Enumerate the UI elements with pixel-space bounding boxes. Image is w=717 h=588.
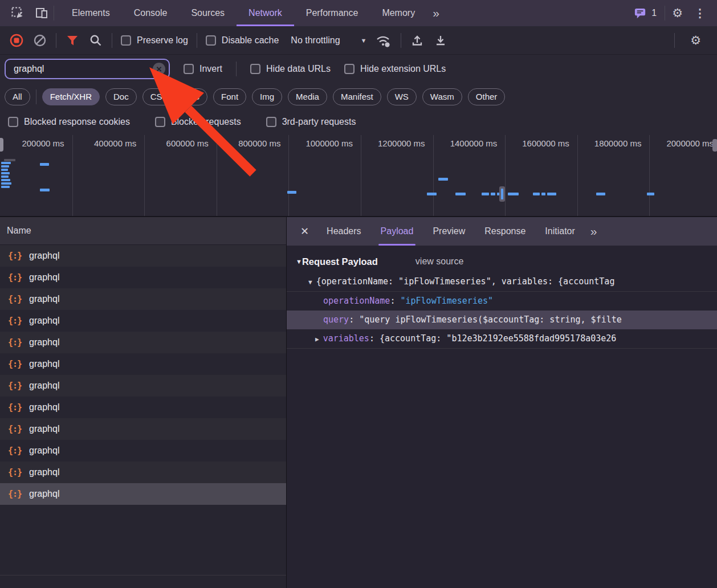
divider — [112, 33, 112, 48]
filter-chip-wasm[interactable]: Wasm — [422, 88, 462, 105]
filter-chip-other[interactable]: Other — [468, 88, 506, 105]
clear-filter-icon[interactable]: ✕ — [153, 63, 165, 75]
blocked-response-cookies-checkbox[interactable] — [8, 117, 18, 127]
waterfall-bar — [647, 193, 654, 195]
clear-button[interactable] — [32, 33, 47, 48]
tab-performance[interactable]: Performance — [294, 0, 370, 26]
close-icon[interactable]: ✕ — [292, 225, 317, 238]
detail-tab-preview[interactable]: Preview — [423, 217, 475, 246]
payload-preview-row[interactable]: ▼{operationName: "ipFlowTimeseries", var… — [287, 272, 717, 291]
detail-tab-response[interactable]: Response — [475, 217, 535, 246]
request-row[interactable]: {:}graphql — [0, 418, 286, 440]
request-row[interactable]: {:}graphql — [0, 375, 286, 397]
tab-elements[interactable]: Elements — [60, 0, 122, 26]
filter-row: ✕ Invert Hide data URLs Hide extension U… — [0, 55, 717, 83]
search-button[interactable] — [88, 33, 103, 48]
tab-sources[interactable]: Sources — [179, 0, 237, 26]
filter-button[interactable] — [65, 33, 80, 48]
filter-chip-all[interactable]: All — [5, 88, 30, 105]
settings-gear-icon[interactable]: ⚙ — [665, 6, 690, 20]
request-row[interactable]: {:}graphql — [0, 267, 286, 288]
tab-console[interactable]: Console — [122, 0, 180, 26]
filter-chip-font[interactable]: Font — [213, 88, 246, 105]
overview-grip[interactable] — [0, 138, 3, 152]
search-icon — [89, 34, 103, 47]
filter-input[interactable] — [13, 63, 153, 75]
more-detail-tabs-icon[interactable]: » — [585, 224, 602, 238]
request-row[interactable]: {:}graphql — [0, 353, 286, 375]
payload-row-variables[interactable]: ▶variables: {accountTag: "b12e3b2192ee55… — [287, 329, 717, 349]
preserve-log-option[interactable]: Preserve log — [121, 35, 188, 46]
disable-cache-option[interactable]: Disable cache — [206, 35, 279, 46]
hide-extension-urls-checkbox[interactable] — [344, 64, 355, 74]
request-row[interactable]: {:}graphql — [0, 245, 286, 267]
hide-data-urls-option[interactable]: Hide data URLs — [250, 64, 331, 74]
divider — [401, 33, 401, 48]
timeline-overview[interactable]: 200000 ms400000 ms600000 ms800000 ms1000… — [0, 134, 717, 217]
disable-cache-checkbox[interactable] — [206, 35, 216, 46]
waterfall-bar — [4, 159, 15, 161]
filter-chip-js[interactable]: JS — [182, 88, 208, 105]
name-column-header[interactable]: Name — [0, 217, 286, 245]
request-row[interactable]: {:}graphql — [0, 397, 286, 418]
blocked-requests-checkbox[interactable] — [155, 117, 165, 127]
filter-input-wrapper[interactable]: ✕ — [5, 59, 170, 79]
request-row[interactable]: {:}graphql — [0, 440, 286, 462]
filter-chip-img[interactable]: Img — [252, 88, 282, 105]
filter-chip-fetchxhr[interactable]: Fetch/XHR — [42, 88, 100, 105]
request-name: graphql — [29, 424, 59, 434]
record-icon — [9, 33, 24, 48]
tree-collapsed-icon[interactable]: ▶ — [315, 330, 319, 349]
hide-extension-urls-option[interactable]: Hide extension URLs — [344, 64, 446, 74]
filter-chip-manifest[interactable]: Manifest — [333, 88, 381, 105]
device-toolbar-button[interactable] — [30, 0, 54, 26]
divider — [56, 33, 56, 48]
hide-data-urls-checkbox[interactable] — [250, 64, 260, 74]
tab-memory[interactable]: Memory — [370, 0, 427, 26]
export-har-button[interactable] — [433, 33, 448, 48]
throttling-dropdown[interactable]: No throttling ▼ — [291, 35, 366, 46]
section-expand-icon[interactable]: ▼ — [296, 258, 302, 265]
request-payload-section[interactable]: ▼ Request Payload view source — [287, 251, 717, 272]
json-icon: {:} — [8, 381, 22, 391]
filter-chip-media[interactable]: Media — [288, 88, 327, 105]
invert-option[interactable]: Invert — [184, 64, 222, 74]
detail-tab-headers[interactable]: Headers — [317, 217, 370, 246]
tree-expanded-icon[interactable]: ▼ — [308, 273, 312, 291]
waterfall-bar — [491, 193, 495, 195]
third-party-requests-option[interactable]: 3rd-party requests — [266, 117, 356, 127]
blocked-requests-option[interactable]: Blocked requests — [155, 117, 241, 127]
inspect-element-button[interactable] — [6, 0, 30, 26]
request-row[interactable]: {:}graphql — [0, 332, 286, 353]
invert-checkbox[interactable] — [184, 64, 194, 74]
record-button[interactable] — [9, 33, 24, 48]
kebab-menu-icon[interactable]: ⋮ — [690, 6, 710, 20]
filter-chip-doc[interactable]: Doc — [105, 88, 137, 105]
request-row[interactable]: {:}graphql — [0, 483, 286, 505]
request-name: graphql — [29, 316, 59, 326]
issues-counter[interactable]: 1 — [634, 7, 657, 20]
request-row[interactable]: {:}graphql — [0, 310, 286, 332]
filter-chip-ws[interactable]: WS — [387, 88, 417, 105]
request-name: graphql — [29, 467, 59, 477]
tab-network[interactable]: Network — [237, 0, 294, 26]
filter-chip-css[interactable]: CSS — [142, 88, 176, 105]
detail-tab-payload[interactable]: Payload — [371, 217, 423, 246]
network-conditions-button[interactable] — [375, 33, 392, 48]
payload-row-query[interactable]: query: "query ipFlowTimeseries($accountT… — [287, 311, 717, 329]
throttling-value: No throttling — [291, 35, 340, 46]
detail-tab-initiator[interactable]: Initiator — [535, 217, 584, 246]
more-tabs-icon[interactable]: » — [427, 6, 445, 20]
blocked-response-cookies-option[interactable]: Blocked response cookies — [8, 117, 130, 127]
view-source-link[interactable]: view source — [415, 256, 463, 267]
request-row[interactable]: {:}graphql — [0, 462, 286, 483]
preserve-log-checkbox[interactable] — [121, 35, 131, 46]
waterfall-bar — [596, 193, 605, 195]
payload-row-operationname[interactable]: operationName: "ipFlowTimeseries" — [287, 291, 717, 311]
overview-grip[interactable] — [712, 139, 717, 152]
network-settings-gear-icon[interactable]: ⚙ — [683, 34, 708, 47]
import-har-button[interactable] — [410, 33, 425, 48]
waterfall-bar — [1, 169, 8, 171]
request-row[interactable]: {:}graphql — [0, 288, 286, 310]
third-party-requests-checkbox[interactable] — [266, 117, 276, 127]
